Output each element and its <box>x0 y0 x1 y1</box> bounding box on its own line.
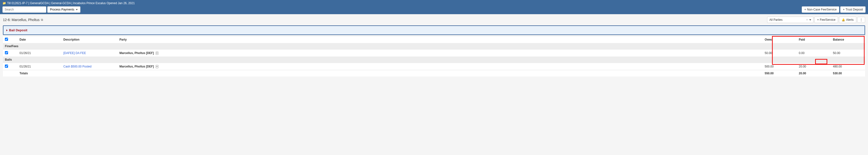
more-menu-button[interactable]: ⋮ <box>857 17 865 23</box>
alerts-button[interactable]: Alerts <box>839 17 856 23</box>
totals-balance: 530.00 <box>831 70 865 77</box>
cell-party: Marcellus, Pholtus [DEF] <box>119 65 154 68</box>
fee-service-button[interactable]: Fee/Service <box>814 17 838 23</box>
totals-paid: 20.00 <box>797 70 831 77</box>
external-link-icon[interactable]: ⧉ <box>41 18 43 22</box>
totals-label: Totals <box>18 70 61 77</box>
plus-icon <box>817 18 819 22</box>
header-owed: Owed <box>763 36 797 43</box>
section-row-bails: Bails <box>3 56 865 63</box>
party-expand-icon[interactable]: ▾ <box>156 65 158 68</box>
party-expand-icon[interactable]: ▾ <box>156 52 158 55</box>
table-row: 01/26/21 [DAFEE] DA FEE Marcellus, Pholt… <box>3 50 865 57</box>
header-description: Description <box>61 36 118 43</box>
trust-deposit-label: Trust Deposit <box>845 8 863 11</box>
non-case-fee-button[interactable]: Non-Case Fee/Service <box>802 6 839 13</box>
subheader: 12-6: Marcellus, Pholtus ⧉ All Parties ×… <box>0 14 868 25</box>
alerts-label: Alerts <box>846 18 854 22</box>
cell-balance: 480.00 <box>831 63 865 70</box>
cell-date: 01/26/21 <box>18 63 61 70</box>
cell-description-link[interactable]: Cash $500.00 Posted <box>63 65 91 68</box>
bail-deposit-toggle[interactable]: Bail Deposit <box>6 28 27 32</box>
grid-wrap: Date Description Party Owed Paid Balance… <box>3 36 865 77</box>
topbar: 📁 Till 012621-IP-7 | GeneralGCDA | Gener… <box>0 0 868 14</box>
chevron-right-icon <box>6 29 7 31</box>
section-label: Fine/Fees <box>3 43 865 50</box>
plus-icon <box>804 8 806 11</box>
bail-deposit-label: Bail Deposit <box>9 28 27 32</box>
totals-row: Totals 550.00 20.00 530.00 <box>3 70 865 77</box>
case-title-text: 12-6: Marcellus, Pholtus <box>3 18 39 22</box>
topbar-title-row: 📁 Till 012621-IP-7 | GeneralGCDA | Gener… <box>2 1 866 5</box>
cell-description-link[interactable]: [DAFEE] DA FEE <box>63 51 86 55</box>
cell-owed: 50.00 <box>763 50 797 57</box>
cell-party: Marcellus, Pholtus [DEF] <box>119 51 154 55</box>
row-checkbox[interactable] <box>5 64 8 68</box>
cell-paid: 20.00 <box>797 63 831 70</box>
header-checkbox-cell <box>3 36 18 43</box>
select-all-checkbox[interactable] <box>5 37 8 41</box>
search-input[interactable] <box>2 6 46 13</box>
bell-icon <box>842 18 845 22</box>
clear-icon[interactable]: × <box>806 18 808 22</box>
trust-deposit-button[interactable]: Trust Deposit <box>840 6 866 13</box>
non-case-fee-label: Non-Case Fee/Service <box>807 8 837 11</box>
process-payments-button[interactable]: Process Payments <box>47 6 81 13</box>
header-party: Party <box>118 36 763 43</box>
section-row-finefees: Fine/Fees <box>3 43 865 50</box>
cell-date: 01/26/21 <box>18 50 61 57</box>
cell-paid: 0.00 <box>797 50 831 57</box>
header-paid: Paid <box>797 36 831 43</box>
bail-deposit-panel[interactable]: Bail Deposit <box>3 25 865 35</box>
totals-owed: 550.00 <box>763 70 797 77</box>
fee-service-label: Fee/Service <box>820 18 835 22</box>
section-label: Bails <box>3 56 865 63</box>
parties-select[interactable]: All Parties × <box>767 17 813 23</box>
parties-label: All Parties <box>769 18 782 22</box>
header-balance: Balance <box>831 36 865 43</box>
header-date: Date <box>18 36 61 43</box>
till-title: Till 012621-IP-7 | GeneralGCDA | General… <box>7 1 135 5</box>
folder-icon: 📁 <box>2 1 6 5</box>
chevron-down-icon <box>809 19 811 21</box>
plus-icon <box>843 8 845 11</box>
table-row: 01/26/21 Cash $500.00 Posted Marcellus, … <box>3 63 865 70</box>
process-payments-label: Process Payments <box>50 8 74 11</box>
chevron-down-icon <box>76 9 78 10</box>
case-title: 12-6: Marcellus, Pholtus ⧉ <box>3 18 43 22</box>
cell-owed: 500.00 <box>763 63 797 70</box>
fees-table: Date Description Party Owed Paid Balance… <box>3 36 865 77</box>
cell-balance: 50.00 <box>831 50 865 57</box>
row-checkbox[interactable] <box>5 51 8 54</box>
